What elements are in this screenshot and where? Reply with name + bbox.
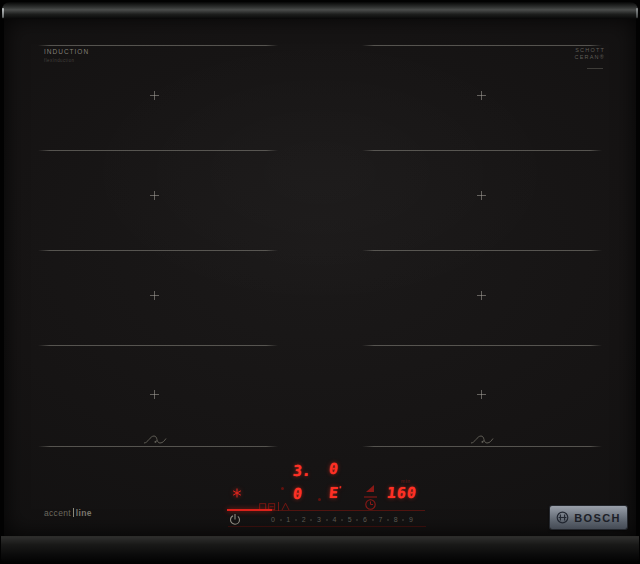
- power-level-2[interactable]: 2: [302, 516, 306, 523]
- power-level-6[interactable]: 6: [363, 516, 367, 523]
- zone-line: [38, 250, 278, 251]
- power-scale[interactable]: 0123456789: [271, 514, 413, 525]
- flex-zone-mark-icon: [469, 432, 495, 446]
- accentline-wordmark: accentline: [44, 508, 92, 518]
- scale-separator-dot: [402, 519, 404, 521]
- power-level-9[interactable]: 9: [409, 516, 413, 523]
- pan-position-cross: [477, 390, 486, 399]
- timer-display: 160: [386, 486, 418, 501]
- power-level-1[interactable]: 1: [286, 516, 290, 523]
- panel-lower-line: [228, 526, 426, 527]
- accentline-divider: [73, 508, 74, 517]
- line-text: line: [76, 508, 92, 518]
- schott-underline: [587, 68, 603, 69]
- zone-line: [362, 45, 602, 46]
- cooktop-product-shot: INDUCTION flexInduction SCHOTT CERAN® ac…: [0, 0, 640, 564]
- dim-indicator-dot: [318, 498, 321, 501]
- cleaning-protection-icon[interactable]: [232, 488, 242, 498]
- scale-separator-dot: [326, 519, 328, 521]
- zone-display-left-top[interactable]: 3.: [292, 464, 312, 479]
- zone-line: [362, 150, 602, 151]
- scale-separator-dot: [356, 519, 358, 521]
- bosch-armature-icon: [556, 511, 569, 524]
- bosch-logo-text: BOSCH: [574, 512, 621, 524]
- schott-ceran-print: SCHOTT CERAN®: [553, 47, 605, 62]
- power-level-4[interactable]: 4: [332, 516, 336, 523]
- scale-separator-dot: [387, 519, 389, 521]
- zone-line: [362, 446, 602, 447]
- schott-line1: SCHOTT: [553, 47, 605, 54]
- scale-separator-dot: [310, 519, 312, 521]
- zone-display-right-bottom[interactable]: E': [328, 486, 342, 501]
- pan-position-cross: [150, 390, 159, 399]
- active-power-bar[interactable]: [227, 509, 272, 511]
- scale-separator-dot: [295, 519, 297, 521]
- zone-display-right-top[interactable]: 0: [328, 462, 339, 477]
- pan-position-cross: [150, 291, 159, 300]
- zone-line: [38, 45, 278, 46]
- scale-separator-dot: [341, 519, 343, 521]
- pan-position-cross: [477, 191, 486, 200]
- pan-position-cross: [150, 191, 159, 200]
- induction-print: INDUCTION flexInduction: [44, 48, 89, 63]
- timer-clock-icon[interactable]: [362, 483, 379, 512]
- zone-line: [38, 345, 278, 346]
- flex-zone-mark-icon: [142, 432, 168, 446]
- pan-position-cross: [477, 91, 486, 100]
- bosch-badge: BOSCH: [550, 506, 627, 529]
- power-level-0[interactable]: 0: [271, 516, 275, 523]
- power-level-5[interactable]: 5: [348, 516, 352, 523]
- accent-text: accent: [44, 508, 71, 518]
- zone-line: [362, 345, 602, 346]
- scale-separator-dot: [280, 519, 282, 521]
- zone-display-left-bottom[interactable]: 0: [292, 487, 303, 502]
- power-level-3[interactable]: 3: [317, 516, 321, 523]
- power-level-7[interactable]: 7: [378, 516, 382, 523]
- scale-separator-dot: [372, 519, 374, 521]
- induction-subline: flexInduction: [44, 58, 89, 63]
- schott-line2: CERAN®: [553, 54, 605, 61]
- front-edge-trim: [1, 536, 639, 564]
- glass-surface: [4, 17, 636, 536]
- zone-line: [38, 446, 278, 447]
- zone-line: [362, 250, 602, 251]
- top-edge-trim: [2, 2, 638, 19]
- display-mark: ': [337, 485, 343, 494]
- power-icon[interactable]: [228, 512, 242, 526]
- zone-line: [38, 150, 278, 151]
- power-level-8[interactable]: 8: [394, 516, 398, 523]
- dim-indicator-dot: [281, 487, 284, 490]
- power-slider-track[interactable]: [272, 510, 425, 511]
- pan-position-cross: [150, 91, 159, 100]
- pan-position-cross: [477, 291, 486, 300]
- induction-label: INDUCTION: [44, 48, 89, 55]
